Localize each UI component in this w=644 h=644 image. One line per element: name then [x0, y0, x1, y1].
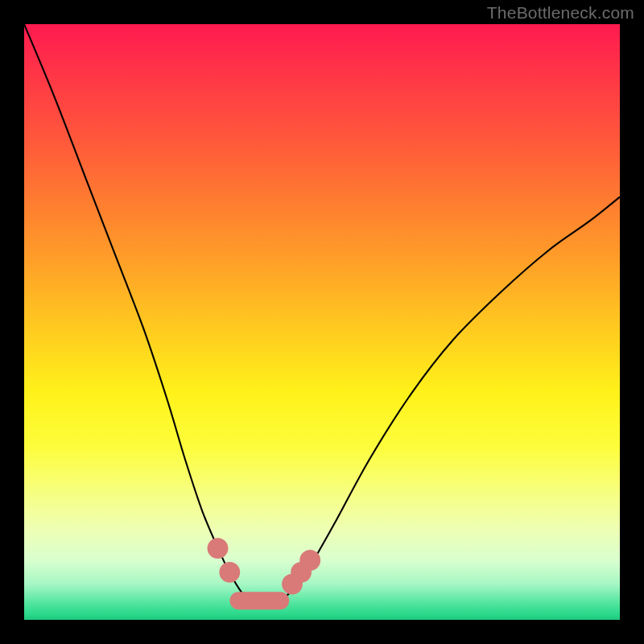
curve-marker — [219, 562, 240, 583]
curve-marker — [208, 538, 229, 559]
plot-area — [24, 24, 620, 620]
curve-markers — [208, 538, 321, 594]
curve-marker — [299, 550, 320, 571]
watermark-text: TheBottleneck.com — [487, 3, 634, 23]
chart-frame: TheBottleneck.com — [0, 0, 644, 644]
bottleneck-curve-svg — [24, 24, 620, 620]
bottleneck-curve-path — [24, 24, 620, 602]
